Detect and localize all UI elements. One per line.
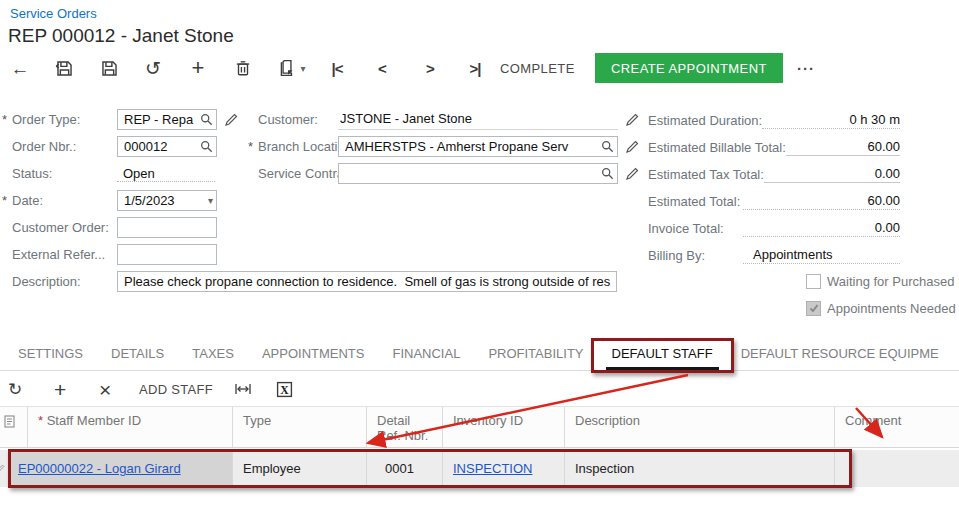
tabbar-divider — [0, 370, 959, 371]
trash-icon — [234, 59, 252, 77]
fit-width-icon — [234, 381, 252, 397]
column-header-type[interactable]: Type — [233, 407, 367, 447]
description-field[interactable] — [117, 271, 617, 292]
delete-button[interactable] — [231, 55, 255, 81]
notes-column-header[interactable] — [0, 407, 28, 447]
required-mark: * — [2, 193, 12, 208]
tab-default-staff[interactable]: DEFAULT STAFF — [598, 336, 727, 370]
appointments-needed-checkbox — [806, 301, 821, 316]
order-nbr-input[interactable] — [124, 139, 200, 154]
magnifier-icon — [200, 113, 213, 126]
tab-default-resource-equipment[interactable]: DEFAULT RESOURCE EQUIPME — [727, 336, 953, 370]
cell-detail-ref-nbr[interactable]: 0001 — [367, 450, 443, 487]
service-orders-screen: Service Orders REP 000012 - Janet Stone … — [0, 0, 959, 508]
waiting-purchased-checkbox[interactable] — [806, 274, 821, 289]
estimated-total-value: 60.00 — [743, 193, 900, 210]
service-contract-input[interactable] — [345, 166, 601, 181]
order-nbr-field[interactable] — [117, 136, 217, 157]
service-contract-field[interactable] — [338, 163, 618, 184]
page-title: REP 000012 - Janet Stone — [8, 25, 234, 47]
order-nbr-label: Order Nbr.: — [12, 139, 117, 154]
column-header-inventory-id[interactable]: Inventory ID — [443, 407, 565, 447]
date-input[interactable] — [124, 193, 204, 208]
pencil-icon[interactable] — [625, 167, 639, 181]
pencil-icon[interactable] — [625, 113, 639, 127]
estimated-duration-label: Estimated Duration: — [648, 113, 762, 128]
estimated-tax-total-label: Estimated Tax Total: — [648, 167, 764, 182]
chevron-down-icon: ▾ — [300, 63, 305, 74]
required-mark: * — [248, 139, 258, 154]
back-button[interactable]: ← — [8, 55, 32, 81]
order-type-input[interactable] — [124, 112, 200, 127]
tab-taxes[interactable]: TAXES — [178, 336, 248, 370]
appointments-needed-label: Appointments Needed — [827, 301, 956, 316]
plus-icon: + — [192, 57, 205, 79]
tab-settings[interactable]: SETTINGS — [4, 336, 97, 370]
last-record-button[interactable]: >| — [462, 55, 488, 81]
clipboard-menu-button[interactable]: ▾ — [274, 55, 310, 81]
grid-header: * Staff Member ID Type Detail Ref. Nbr. … — [0, 406, 959, 448]
save-close-button[interactable] — [52, 55, 76, 81]
column-header-description[interactable]: Description — [565, 407, 835, 447]
previous-record-button[interactable]: < — [372, 55, 392, 81]
column-header-detail-ref-nbr[interactable]: Detail Ref. Nbr. — [367, 407, 443, 447]
cell-comment[interactable] — [835, 450, 959, 487]
chevron-down-icon[interactable]: ▾ — [208, 195, 213, 206]
grid-refresh-button[interactable]: ↻ — [8, 377, 32, 401]
column-header-comment[interactable]: Comment — [835, 407, 959, 447]
grid-delete-row-button[interactable]: × — [99, 377, 123, 401]
breadcrumb[interactable]: Service Orders — [10, 6, 97, 21]
tab-appointments[interactable]: APPOINTMENTS — [248, 336, 379, 370]
more-actions-button[interactable]: ··· — [792, 55, 820, 81]
tab-financial[interactable]: FINANCIAL — [378, 336, 474, 370]
customer-order-input[interactable] — [124, 220, 213, 235]
tab-profitability[interactable]: PROFITABILITY — [474, 336, 597, 370]
external-ref-input[interactable] — [124, 247, 213, 262]
cell-description[interactable]: Inspection — [565, 450, 835, 487]
complete-button[interactable]: COMPLETE — [500, 55, 575, 81]
service-contract-label: Service Contract: — [258, 166, 338, 181]
first-record-button[interactable]: |< — [324, 55, 350, 81]
estimated-duration-value: 0 h 30 m — [762, 112, 900, 129]
save-button[interactable] — [97, 55, 121, 81]
cell-staff-member-id[interactable]: EP00000022 - Logan Girard — [8, 450, 233, 487]
grid-add-row-button[interactable]: + — [54, 377, 78, 401]
next-record-button[interactable]: > — [420, 55, 440, 81]
insert-button[interactable]: + — [186, 55, 210, 81]
pencil-icon[interactable] — [625, 140, 639, 154]
cell-inventory-id[interactable]: INSPECTION — [443, 450, 565, 487]
status-label: Status: — [12, 166, 117, 181]
clipboard-icon — [278, 59, 296, 77]
description-input[interactable] — [124, 274, 613, 289]
tab-details[interactable]: DETAILS — [97, 336, 178, 370]
x-icon: × — [99, 379, 111, 400]
waiting-purchased-checkbox-row[interactable]: Waiting for Purchased It — [806, 272, 959, 290]
order-type-field[interactable] — [117, 109, 217, 130]
excel-icon: X — [276, 381, 293, 398]
external-ref-field[interactable] — [117, 244, 217, 265]
column-header-staff-member-id[interactable]: * Staff Member ID — [28, 407, 233, 447]
customer-order-label: Customer Order: — [12, 220, 117, 235]
staff-member-link[interactable]: EP00000022 - Logan Girard — [18, 461, 181, 476]
undo-icon: ↺ — [145, 59, 161, 78]
customer-label: Customer: — [258, 112, 338, 127]
external-ref-label: External Refer... — [12, 247, 117, 262]
pencil-icon[interactable] — [224, 113, 238, 127]
table-row[interactable]: EP00000022 - Logan Girard Employee 0001 … — [0, 450, 959, 487]
date-field[interactable]: ▾ — [117, 190, 217, 211]
cell-type[interactable]: Employee — [233, 450, 367, 487]
branch-location-input[interactable] — [345, 139, 601, 154]
add-staff-button[interactable]: ADD STAFF — [139, 377, 213, 401]
create-appointment-button[interactable]: CREATE APPOINTMENT — [595, 53, 783, 83]
customer-order-field[interactable] — [117, 217, 217, 238]
fit-to-screen-button[interactable] — [234, 377, 258, 401]
pencil-icon — [0, 464, 5, 474]
export-excel-button[interactable]: X — [276, 377, 300, 401]
waiting-purchased-label: Waiting for Purchased It — [827, 274, 959, 289]
check-icon — [809, 303, 819, 313]
inventory-id-link[interactable]: INSPECTION — [453, 461, 532, 476]
invoice-total-label: Invoice Total: — [648, 221, 724, 236]
branch-location-field[interactable] — [338, 136, 618, 157]
plus-icon: + — [54, 379, 66, 400]
undo-button[interactable]: ↺ — [141, 55, 165, 81]
